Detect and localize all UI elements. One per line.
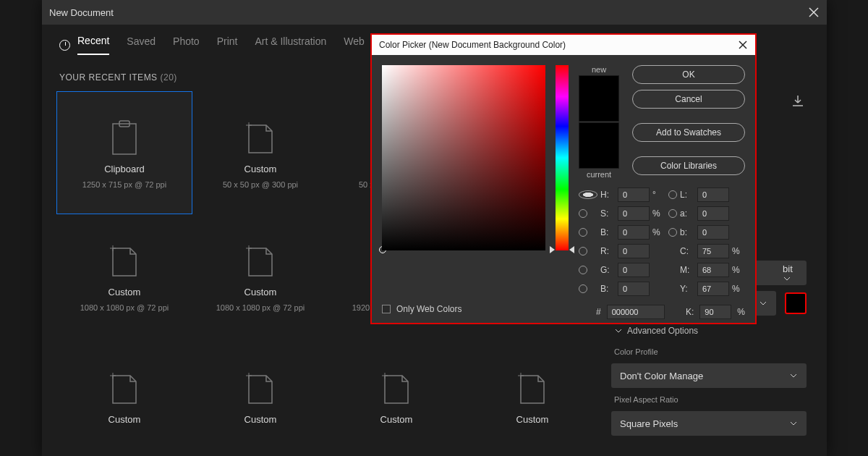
tab-recent[interactable]: Recent [77, 35, 109, 55]
picker-title: Color Picker (New Document Background Co… [379, 40, 566, 50]
document-icon [243, 240, 278, 281]
radio-bb[interactable] [579, 284, 587, 293]
clipboard-icon [107, 117, 142, 158]
tab-web[interactable]: Web [344, 35, 365, 54]
new-label: new [592, 65, 606, 74]
chevron-down-icon [783, 274, 791, 283]
color-profile-select[interactable]: Don't Color Manage [611, 363, 807, 388]
color-profile-label: Color Profile [611, 346, 807, 358]
c-input[interactable] [697, 244, 729, 258]
s-input[interactable] [618, 206, 650, 221]
preset-item[interactable]: Custom1080 x 1080 px @ 72 ppi [192, 214, 328, 337]
radio-s[interactable] [579, 209, 587, 218]
radio-g[interactable] [579, 266, 587, 274]
preset-item[interactable]: Clipboard1250 x 715 px @ 72 ppi [56, 91, 192, 214]
preset-item[interactable]: Custom [464, 337, 600, 456]
add-to-swatches-button[interactable]: Add to Swatches [632, 123, 745, 142]
r-input[interactable] [618, 244, 650, 258]
new-color-preview [579, 75, 619, 122]
tab-art[interactable]: Art & Illustration [255, 35, 326, 54]
m-input[interactable] [697, 263, 729, 277]
ok-button[interactable]: OK [632, 65, 745, 84]
svg-rect-2 [113, 124, 136, 154]
hue-handle-right[interactable] [569, 246, 574, 253]
h-input[interactable] [618, 187, 650, 202]
preset-name: Custom [109, 287, 141, 297]
bb-input[interactable] [618, 282, 650, 296]
preset-name: Custom [516, 414, 549, 425]
radio-a[interactable] [668, 209, 677, 218]
checkbox-icon[interactable] [382, 305, 391, 313]
k-input[interactable] [699, 305, 731, 319]
close-icon[interactable] [738, 40, 748, 50]
document-icon [107, 368, 142, 408]
g-input[interactable] [618, 263, 650, 277]
preset-item[interactable]: Custom50 x 50 px @ 300 ppi [192, 91, 328, 214]
preset-meta: 1080 x 1080 px @ 72 ppi [80, 303, 169, 312]
hue-handle-left[interactable] [550, 246, 555, 253]
pixel-ratio-select[interactable]: Square Pixels [611, 411, 807, 436]
document-icon [107, 240, 142, 281]
window-title: New Document [49, 7, 114, 18]
preset-name: Custom [244, 164, 277, 174]
b-input[interactable] [697, 225, 729, 240]
tab-photo[interactable]: Photo [173, 35, 200, 54]
clock-icon [59, 40, 70, 51]
preset-meta: 1080 x 1080 px @ 72 ppi [216, 303, 305, 312]
sv-cursor[interactable] [379, 246, 386, 253]
preset-item[interactable]: Custom [328, 337, 464, 456]
hex-input[interactable] [607, 305, 665, 319]
radio-h[interactable] [579, 190, 597, 199]
preset-item[interactable]: Custom [192, 337, 328, 456]
chevron-down-icon [789, 371, 798, 380]
current-color-preview [579, 122, 619, 169]
pixel-ratio-label: Pixel Aspect Ratio [611, 394, 807, 405]
bv-input[interactable] [618, 225, 650, 240]
l-input[interactable] [697, 187, 729, 202]
document-icon [243, 117, 278, 158]
preset-name: Clipboard [104, 164, 145, 174]
preset-item[interactable]: Custom [56, 337, 192, 456]
radio-r[interactable] [579, 247, 587, 256]
recent-header-text: YOUR RECENT ITEMS [59, 72, 158, 83]
recent-count: (20) [160, 72, 176, 83]
titlebar: New Document [42, 0, 827, 25]
cancel-button[interactable]: Cancel [632, 90, 745, 109]
background-color-swatch[interactable] [785, 292, 807, 314]
radio-l[interactable] [668, 190, 677, 199]
chevron-down-icon [759, 299, 767, 308]
hash-label: # [596, 307, 601, 317]
close-icon[interactable] [808, 7, 820, 18]
document-icon [243, 368, 278, 408]
hue-slider[interactable] [556, 65, 569, 250]
preset-meta: 50 x 50 px @ 300 ppi [223, 180, 298, 189]
only-web-label: Only Web Colors [396, 304, 461, 314]
current-label: current [587, 170, 611, 179]
color-fields: H:° L: S:% a: B:% b: R: C:% G: M:% B: Y:… [579, 187, 745, 296]
tab-print[interactable]: Print [217, 35, 238, 54]
color-picker-dialog: Color Picker (New Document Background Co… [370, 33, 757, 324]
document-icon [379, 368, 414, 408]
preset-meta: 1250 x 715 px @ 72 ppi [82, 180, 166, 189]
color-libraries-button[interactable]: Color Libraries [632, 156, 745, 175]
a-input[interactable] [697, 206, 729, 221]
preset-name: Custom [380, 414, 413, 425]
chevron-down-icon [789, 419, 798, 428]
document-icon [515, 368, 550, 408]
preset-item[interactable]: Custom1080 x 1080 px @ 72 ppi [56, 214, 192, 337]
radio-bv[interactable] [579, 228, 587, 237]
picker-titlebar: Color Picker (New Document Background Co… [372, 35, 755, 55]
preset-name: Custom [244, 287, 277, 297]
tab-saved[interactable]: Saved [127, 35, 156, 54]
preset-name: Custom [244, 414, 277, 425]
saturation-value-field[interactable] [382, 65, 545, 250]
download-icon[interactable] [791, 94, 805, 109]
y-input[interactable] [697, 282, 729, 296]
preset-name: Custom [109, 414, 141, 425]
only-web-colors[interactable]: Only Web Colors [382, 304, 461, 314]
radio-b[interactable] [668, 228, 677, 237]
